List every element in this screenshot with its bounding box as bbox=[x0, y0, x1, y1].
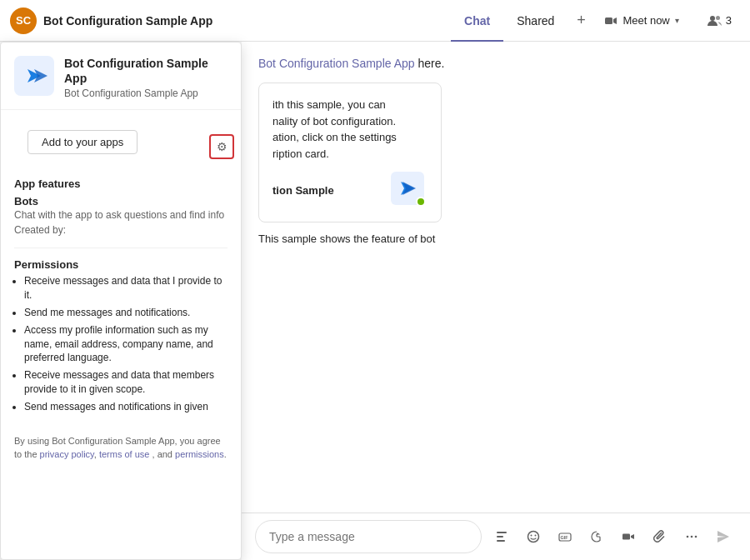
input-actions: GIF bbox=[488, 523, 737, 550]
send-icon bbox=[716, 529, 731, 544]
svg-point-18 bbox=[695, 536, 698, 538]
meet-icon bbox=[622, 530, 635, 543]
meet-now-button[interactable]: Meet now ▾ bbox=[594, 9, 688, 32]
bot-card-footer: tion Sample bbox=[272, 172, 428, 208]
list-item: Access my profile information such as my… bbox=[24, 323, 228, 365]
svg-rect-8 bbox=[497, 536, 503, 538]
bot-logo-svg bbox=[21, 62, 48, 89]
tab-bar: Chat Shared + bbox=[451, 0, 594, 42]
bot-card: ith this sample, you can nality of bot c… bbox=[258, 82, 442, 222]
send-button[interactable] bbox=[710, 523, 737, 550]
created-by-label: Created by: bbox=[14, 224, 228, 236]
svg-point-2 bbox=[716, 16, 720, 20]
bot-app-link[interactable]: Bot Configuration Sample App bbox=[258, 57, 415, 70]
gif-button[interactable]: GIF bbox=[552, 523, 578, 550]
avatar: SC bbox=[10, 8, 37, 34]
popup-app-subtitle: Bot Configuration Sample App bbox=[64, 88, 228, 99]
list-item: Send messages and notifications in given bbox=[24, 400, 228, 414]
terms-of-use-link[interactable]: terms of use bbox=[99, 449, 150, 459]
svg-rect-15 bbox=[622, 534, 630, 540]
more-icon bbox=[685, 530, 698, 543]
svg-rect-7 bbox=[497, 532, 507, 533]
permissions-list: Receive messages and data that I provide… bbox=[1, 274, 241, 423]
attach-button[interactable] bbox=[647, 523, 673, 550]
meet-button[interactable] bbox=[615, 523, 642, 550]
chat-area: Bot Configuration Sample App here. ith t… bbox=[242, 42, 750, 560]
format-icon bbox=[495, 530, 508, 543]
people-icon bbox=[708, 13, 722, 28]
gif-icon: GIF bbox=[558, 530, 572, 543]
sticker-button[interactable] bbox=[583, 523, 610, 550]
participants-button[interactable]: 3 bbox=[699, 8, 740, 33]
permissions-link[interactable]: permissions bbox=[175, 449, 224, 459]
svg-rect-9 bbox=[497, 540, 505, 542]
message-input-area: GIF bbox=[242, 512, 750, 560]
app-features-title: App features bbox=[14, 178, 228, 190]
emoji-icon bbox=[527, 530, 540, 543]
add-to-apps-button[interactable]: Add to your apps bbox=[28, 130, 138, 154]
gear-icon: ⚙ bbox=[217, 140, 228, 153]
list-item: Receive messages and data that I provide… bbox=[24, 274, 228, 302]
svg-point-16 bbox=[687, 536, 689, 538]
bot-card-icon-wrap bbox=[391, 172, 428, 208]
header: SC Bot Configuration Sample App Chat Sha… bbox=[0, 0, 750, 42]
header-actions: Meet now ▾ 3 bbox=[594, 8, 740, 33]
bot-card-name: tion Sample bbox=[272, 184, 334, 197]
bot-app-icon bbox=[14, 56, 54, 96]
popup-header: Bot Configuration Sample App Bot Configu… bbox=[1, 42, 241, 110]
svg-point-12 bbox=[535, 535, 537, 537]
tab-shared[interactable]: Shared bbox=[503, 0, 568, 42]
format-button[interactable] bbox=[488, 523, 515, 550]
main-content: Bot Configuration Sample App Bot Configu… bbox=[0, 42, 750, 560]
svg-point-11 bbox=[531, 535, 532, 537]
bots-title: Bots bbox=[14, 195, 228, 208]
permissions-title: Permissions bbox=[1, 252, 241, 274]
message-input[interactable] bbox=[255, 520, 482, 553]
emoji-button[interactable] bbox=[520, 523, 547, 550]
list-item: Send me messages and notifications. bbox=[24, 306, 228, 320]
tab-chat[interactable]: Chat bbox=[451, 0, 503, 42]
svg-point-17 bbox=[691, 536, 693, 538]
tab-add-button[interactable]: + bbox=[568, 0, 594, 42]
popup-app-name: Bot Configuration Sample App bbox=[64, 56, 228, 86]
popup-app-info: Bot Configuration Sample App Bot Configu… bbox=[64, 56, 228, 99]
bot-card-text: ith this sample, you can nality of bot c… bbox=[272, 97, 428, 162]
chat-message-2: This sample shows the feature of bot bbox=[258, 232, 733, 245]
more-options-button[interactable] bbox=[678, 523, 705, 550]
list-item: Receive messages and data that members p… bbox=[24, 368, 228, 397]
video-icon bbox=[604, 14, 618, 28]
svg-point-10 bbox=[528, 532, 539, 542]
bot-card-logo bbox=[398, 178, 418, 198]
app-info-popup: Bot Configuration Sample App Bot Configu… bbox=[0, 42, 242, 560]
meet-now-chevron: ▾ bbox=[675, 16, 679, 25]
bots-description: Chat with the app to ask questions and f… bbox=[14, 209, 228, 221]
online-status-dot bbox=[416, 197, 426, 207]
svg-rect-0 bbox=[605, 18, 612, 24]
svg-point-1 bbox=[710, 16, 715, 21]
section-divider bbox=[14, 248, 228, 248]
chat-messages: Bot Configuration Sample App here. ith t… bbox=[242, 42, 750, 512]
attach-icon bbox=[653, 530, 667, 543]
sticker-icon bbox=[590, 530, 603, 543]
gear-settings-button[interactable]: ⚙ bbox=[209, 134, 234, 159]
chat-message-1: Bot Configuration Sample App here. bbox=[258, 55, 733, 72]
privacy-policy-link[interactable]: privacy policy bbox=[40, 449, 94, 459]
popup-footer: By using Bot Configuration Sample App, y… bbox=[1, 424, 241, 472]
svg-text:GIF: GIF bbox=[561, 535, 569, 540]
app-features-section: App features Bots Chat with the app to a… bbox=[1, 168, 241, 244]
conversation-title: Bot Configuration Sample App bbox=[43, 14, 444, 28]
add-button-section: Add to your apps bbox=[1, 110, 241, 168]
